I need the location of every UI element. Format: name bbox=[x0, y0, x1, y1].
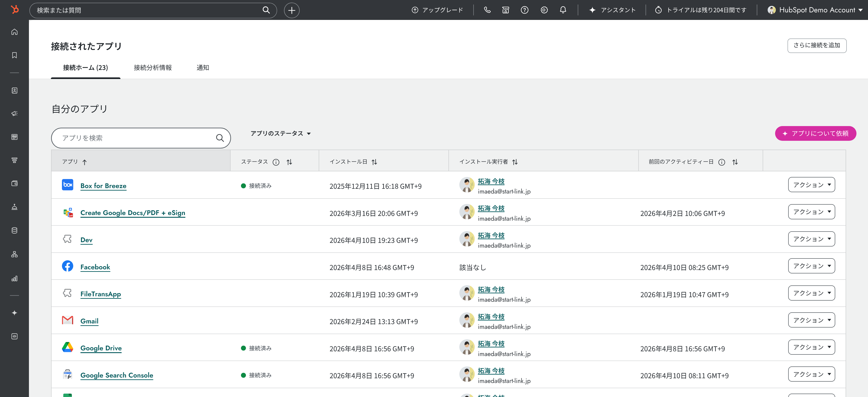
svg-text:pdf: pdf bbox=[69, 215, 73, 217]
